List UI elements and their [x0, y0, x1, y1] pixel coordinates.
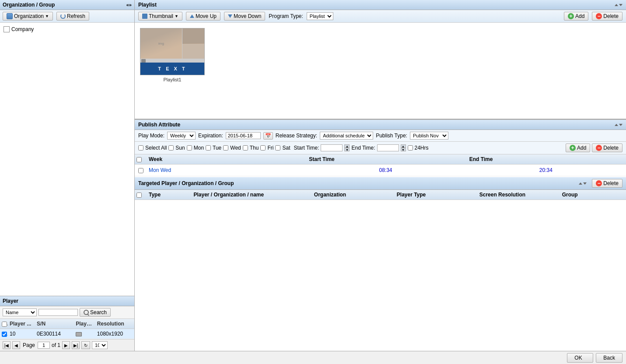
schedule-select-all[interactable]: [136, 157, 142, 162]
collapse-icon[interactable]: «»: [126, 2, 132, 7]
expiration-calendar-button[interactable]: 📅: [263, 132, 273, 140]
publish-controls: Play Mode: Weekly Daily Monthly Expirati…: [135, 130, 626, 142]
targeted-table-body: [135, 200, 626, 351]
start-time-up[interactable]: ▲: [344, 144, 350, 148]
targeted-delete-button[interactable]: − Delete: [592, 179, 623, 188]
targeted-title: Targeted Player / Organization / Group: [138, 180, 234, 186]
wed-checkbox[interactable]: [223, 145, 228, 150]
thumbnail-icon: [142, 14, 147, 19]
playlist-thumbnail-1[interactable]: img T E X T: [140, 28, 205, 75]
tue-checkbox[interactable]: [206, 145, 211, 150]
publish-scroll-down[interactable]: [619, 124, 623, 126]
targeted-select-all[interactable]: [136, 192, 142, 198]
expiration-input[interactable]: [226, 132, 261, 139]
end-time-up[interactable]: ▲: [401, 144, 406, 148]
targeted-player-section: Targeted Player / Organization / Group −…: [135, 176, 626, 351]
player-col-resolution: Resolution: [95, 320, 134, 328]
playlist-delete-button[interactable]: − Delete: [592, 12, 623, 21]
targeted-col-group: Group: [559, 190, 626, 200]
playlist-item-1[interactable]: img T E X T: [140, 28, 205, 82]
playlist-scroll-up[interactable]: [615, 4, 618, 6]
player-row-checkbox[interactable]: [2, 332, 7, 337]
thu-checkbox[interactable]: [243, 145, 248, 150]
playlist-scroll-down[interactable]: [619, 4, 623, 6]
publish-scroll-up[interactable]: [615, 124, 618, 126]
move-up-icon: [190, 14, 194, 18]
end-time-input[interactable]: [377, 144, 399, 151]
page-first-button[interactable]: |◀: [3, 341, 10, 349]
refresh-label: Refresh: [67, 13, 85, 19]
thumbnail-button[interactable]: Thumbnail ▼: [138, 12, 182, 21]
start-time-spinners: ▲ ▼: [344, 144, 350, 151]
player-search-button[interactable]: Search: [80, 308, 111, 317]
page-last-button[interactable]: ▶|: [72, 341, 80, 349]
select-all-label: Select All: [145, 145, 167, 151]
24hrs-checkbox[interactable]: [408, 145, 413, 150]
schedule-add-button[interactable]: + Add: [566, 144, 590, 152]
targeted-col-org: Organization: [311, 190, 393, 200]
targeted-table-header: Type Player / Organization / name Organi…: [135, 190, 626, 200]
player-table-row: 10 0E300114 1080x1920: [0, 329, 134, 339]
sat-checkbox[interactable]: [275, 145, 280, 150]
page-prev-button[interactable]: ◀: [12, 341, 20, 349]
program-type-select[interactable]: Playlist Video: [307, 12, 333, 20]
bottom-bar: OK Back: [0, 351, 626, 364]
player-table-header: Player ... S/N Player ... Resolution: [0, 319, 134, 329]
mon-checkbox[interactable]: [187, 145, 192, 150]
targeted-scroll-down[interactable]: [583, 182, 587, 185]
playlist-toolbar: Thumbnail ▼ Move Up Move Down Program Ty…: [135, 10, 626, 23]
player-select-all-check[interactable]: [2, 322, 7, 327]
schedule-toolbar: Select All Sun Mon Tue Wed Thu Fri Sat S…: [135, 142, 626, 154]
fri-checkbox[interactable]: [260, 145, 266, 150]
select-all-checkbox[interactable]: [138, 145, 143, 150]
schedule-col-week: Week: [145, 154, 305, 164]
ok-button[interactable]: OK: [567, 353, 593, 363]
org-icon: [7, 13, 13, 19]
start-time-down[interactable]: ▼: [344, 148, 350, 151]
player-row-sn: 0E300114: [35, 330, 74, 338]
player-filter-select[interactable]: Name S/N Resolution: [3, 308, 37, 316]
move-up-label: Move Up: [196, 13, 217, 19]
move-up-button[interactable]: Move Up: [186, 12, 220, 21]
page-next-button[interactable]: ▶: [62, 341, 70, 349]
sun-checkbox[interactable]: [168, 145, 174, 150]
refresh-button[interactable]: Refresh: [56, 12, 89, 21]
mon-label: Mon: [194, 145, 204, 151]
player-search-input[interactable]: [38, 309, 78, 316]
tree-item-company[interactable]: Company: [3, 25, 132, 33]
page-of: of 1: [52, 342, 60, 348]
company-label: Company: [11, 26, 34, 32]
end-time-down[interactable]: ▼: [401, 148, 406, 151]
schedule-delete-button[interactable]: − Delete: [592, 144, 623, 152]
playlist-add-button[interactable]: + Add: [564, 12, 588, 21]
schedule-col-end: End Time: [466, 154, 626, 164]
play-mode-select[interactable]: Weekly Daily Monthly: [167, 132, 196, 140]
organization-button[interactable]: Organization ▼: [3, 12, 53, 21]
refresh-icon: [60, 14, 66, 19]
release-strategy-label: Release Strategy:: [276, 133, 317, 139]
start-time-input[interactable]: [321, 144, 343, 151]
targeted-delete-icon: −: [596, 180, 602, 186]
program-type-label: Program Type:: [269, 13, 303, 19]
delete-icon: −: [596, 13, 602, 19]
player-col-type: Player ...: [74, 320, 95, 328]
player-header: Player: [0, 296, 134, 306]
targeted-col-screen-res: Screen Resolution: [476, 190, 559, 200]
ok-label: OK: [574, 355, 582, 361]
targeted-col-name: Player / Organization / name: [190, 190, 310, 200]
tue-label: Tue: [213, 145, 221, 151]
page-refresh-button[interactable]: ↻: [81, 341, 90, 349]
release-strategy-select[interactable]: Additional schedule Override: [320, 132, 373, 140]
page-input[interactable]: [38, 342, 50, 349]
page-size-select[interactable]: 10 20 50: [92, 341, 108, 349]
back-button[interactable]: Back: [596, 353, 623, 363]
playlist-item-label-1: Playlist1: [140, 77, 205, 82]
add-icon: +: [568, 13, 574, 19]
schedule-row-checkbox[interactable]: [138, 168, 143, 173]
player-col-sn: S/N: [35, 320, 74, 328]
player-section: Player Name S/N Resolution Search Player…: [0, 296, 134, 351]
schedule-col-check: [135, 154, 145, 164]
move-down-button[interactable]: Move Down: [224, 12, 265, 21]
publish-type-select[interactable]: Publish Nov Publish Now: [410, 132, 448, 140]
targeted-scroll-up[interactable]: [579, 182, 582, 185]
